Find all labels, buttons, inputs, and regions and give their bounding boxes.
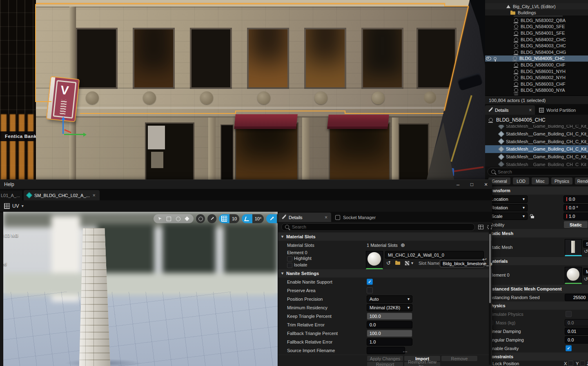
outliner-row[interactable]: BLDG_N588000_NYA: [485, 87, 588, 94]
outliner-row[interactable]: BLDG_N584000_SFE: [485, 24, 588, 30]
static-mesh-thumbnail[interactable]: [565, 239, 582, 256]
doc-tab-active[interactable]: SM_BLDG_CHC_L02_A_... ×: [24, 190, 100, 200]
outliner-row-selected[interactable]: BLDG_N584005_CHC: [485, 55, 588, 62]
tab-close-icon[interactable]: ×: [93, 193, 96, 198]
linear-damping-field[interactable]: 0.01: [565, 328, 588, 335]
select-tool-icon[interactable]: [158, 217, 162, 220]
rotate-tool-icon[interactable]: [176, 217, 180, 221]
mass-field[interactable]: 0.0: [565, 319, 588, 326]
tab-rendering[interactable]: Rendering: [575, 177, 588, 184]
material-options-icon[interactable]: [405, 261, 410, 266]
tab-mesh-details[interactable]: Details ×: [278, 213, 331, 222]
asset-reset-icon[interactable]: ↺: [584, 277, 588, 282]
grid-snap-toggle[interactable]: 10: [219, 214, 239, 223]
preserve-area-checkbox[interactable]: [367, 287, 373, 293]
outliner-row[interactable]: BLDG_N583002_QBA: [485, 17, 588, 24]
rotation-snap-value[interactable]: 10°: [252, 214, 264, 223]
mesh-details-search-input[interactable]: Search: [281, 223, 475, 231]
enable-gravity-checkbox[interactable]: ✓: [566, 345, 572, 351]
outliner-row[interactable]: BLDG_N584003_CHC: [485, 42, 588, 49]
fallback-triangle-percent-field[interactable]: 100.0: [367, 330, 412, 337]
slot-name-field[interactable]: Bldg_block_limestone_grey: [440, 260, 484, 267]
component-row[interactable]: StaticMesh__Game_Building_CH_C_Kit_Bldg: [485, 160, 588, 166]
tab-world-partition[interactable]: World Partition: [535, 105, 588, 115]
outliner-folder-row[interactable]: Buildings: [485, 9, 588, 16]
outliner-row[interactable]: BLDG_N586003_CHF: [485, 81, 588, 87]
outliner-row[interactable]: BLDG_N584001_SFE: [485, 30, 588, 36]
lock-y-checkbox[interactable]: [580, 361, 585, 366]
window-titlebar[interactable]: Help – □ ×: [0, 180, 492, 189]
reimport-button[interactable]: Reimport: [367, 362, 403, 366]
add-material-slot-icon[interactable]: ⊕: [401, 242, 405, 248]
inspector-search-input[interactable]: Search: [488, 168, 588, 175]
outliner-row[interactable]: BLDG_N584002_CHC: [485, 36, 588, 43]
use-selected-asset-icon[interactable]: ↺: [386, 260, 391, 266]
details-scrollbar-track[interactable]: [489, 224, 491, 365]
chevron-down-icon[interactable]: ▾: [411, 261, 413, 265]
grid-snap-value[interactable]: 10: [229, 214, 239, 223]
gizmo-coordinate-button[interactable]: [196, 214, 205, 223]
asset-reset-icon[interactable]: ↺: [584, 249, 588, 254]
minimum-residency-dropdown[interactable]: Minimal (32KB)▾: [367, 304, 412, 311]
physics-header[interactable]: Physics: [485, 302, 588, 310]
tab-physics[interactable]: Physics: [551, 177, 572, 184]
window-close-button[interactable]: ×: [484, 181, 488, 188]
undo-icon[interactable]: ↩: [482, 257, 487, 262]
visibility-eye-icon[interactable]: [486, 57, 491, 60]
level-viewport[interactable]: Fentica Bank V: [0, 0, 485, 180]
ism-header[interactable]: Instanced Static Mesh Component: [485, 285, 588, 293]
menu-help[interactable]: Help: [4, 182, 14, 187]
outliner-row[interactable]: BLDG_N586000_CHF: [485, 62, 588, 68]
highlight-checkbox[interactable]: [287, 256, 292, 262]
position-precision-dropdown[interactable]: Auto▾: [367, 295, 412, 303]
component-row[interactable]: StaticMesh__Game_Building_CH_C_Kit_Bldg: [485, 138, 588, 146]
details-scrollbar-thumb[interactable]: [489, 234, 491, 303]
rotation-dropdown[interactable]: Rotation▾: [488, 204, 528, 211]
tab-lod[interactable]: LOD: [513, 177, 529, 184]
lock-x-checkbox[interactable]: [568, 361, 573, 366]
tab-socket-manager[interactable]: Socket Manager: [331, 213, 396, 222]
doc-tab-partial[interactable]: L01_A_...: [0, 191, 22, 200]
instancing-seed-field[interactable]: 25500: [565, 294, 588, 301]
material-asset-dropdown[interactable]: MI_CHC_L02_A_Wall_01_0: [385, 251, 484, 259]
enable-nanite-checkbox[interactable]: ✓: [367, 279, 373, 285]
outliner-level-row[interactable]: Big_City_LVL (Editor): [485, 3, 588, 9]
chevron-down-icon[interactable]: ▾: [22, 204, 24, 208]
window-maximize-button[interactable]: □: [470, 182, 473, 187]
property-matrix-icon[interactable]: [478, 225, 483, 229]
fallback-relative-error-field[interactable]: 1.0: [367, 338, 412, 346]
reimport-new-file-button[interactable]: Reimport New File: [404, 362, 441, 366]
nanite-settings-category[interactable]: ▾ Nanite Settings: [278, 269, 492, 278]
material-asset-combo[interactable]: M: [583, 268, 588, 275]
angular-damping-field[interactable]: 0.0: [565, 336, 588, 344]
source-import-filename-field[interactable]: [367, 347, 405, 354]
scale-dropdown[interactable]: Scale▾: [488, 213, 528, 220]
apply-changes-button[interactable]: Apply Changes: [367, 355, 403, 362]
constraints-header[interactable]: Constraints: [485, 353, 588, 361]
trim-relative-error-field[interactable]: 0.0: [367, 321, 412, 328]
window-minimize-button[interactable]: –: [457, 182, 459, 188]
move-gizmo[interactable]: [57, 118, 90, 143]
material-slots-category[interactable]: ▾ Material Slots: [278, 233, 492, 241]
simulate-physics-checkbox[interactable]: [566, 311, 572, 317]
pin-icon[interactable]: [494, 57, 497, 60]
static-mesh-header[interactable]: Static Mesh: [485, 229, 588, 238]
mobility-static-button[interactable]: Static: [564, 221, 588, 228]
remove-button[interactable]: Remove: [441, 355, 478, 362]
tab-close-icon[interactable]: ×: [325, 215, 327, 220]
material-slot-thumbnail[interactable]: [366, 251, 383, 269]
gizmo-y-axis[interactable]: [64, 134, 84, 135]
component-row[interactable]: StaticMesh__Game_Building_CH_C_Kit_Bldg: [485, 130, 588, 138]
outliner-row[interactable]: BLDG_N586001_NYH: [485, 68, 588, 75]
rotation-x-field[interactable]: 0.0 °: [564, 204, 588, 211]
tab-close-icon[interactable]: ×: [529, 108, 532, 113]
browse-file-ellipsis-button[interactable]: …: [403, 348, 408, 353]
location-x-field[interactable]: 0.0: [564, 195, 588, 203]
scale-tool-icon[interactable]: [185, 216, 189, 221]
component-row[interactable]: StaticMesh__Game_Building_CH_C_Kit_Bldg: [485, 125, 588, 130]
static-mesh-asset-combo[interactable]: S: [583, 240, 588, 248]
browse-to-asset-icon[interactable]: [395, 262, 400, 265]
outliner-row[interactable]: BLDG_N584004_CHG: [485, 49, 588, 55]
transform-header[interactable]: Transform: [485, 186, 588, 195]
rotation-snap-toggle[interactable]: 10°: [242, 214, 264, 223]
